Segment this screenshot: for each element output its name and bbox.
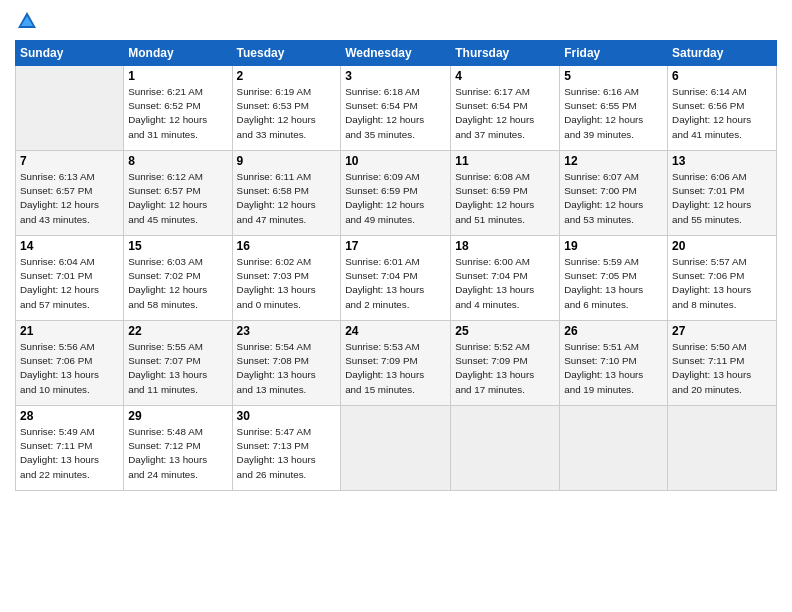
day-info: Sunrise: 6:08 AMSunset: 6:59 PMDaylight:…: [455, 170, 555, 227]
cell-w1-d6: 5Sunrise: 6:16 AMSunset: 6:55 PMDaylight…: [560, 66, 668, 151]
day-number: 6: [672, 69, 772, 83]
day-number: 15: [128, 239, 227, 253]
day-info: Sunrise: 6:19 AMSunset: 6:53 PMDaylight:…: [237, 85, 337, 142]
cell-w3-d6: 19Sunrise: 5:59 AMSunset: 7:05 PMDayligh…: [560, 236, 668, 321]
day-number: 26: [564, 324, 663, 338]
cell-w2-d7: 13Sunrise: 6:06 AMSunset: 7:01 PMDayligh…: [668, 151, 777, 236]
cell-w4-d7: 27Sunrise: 5:50 AMSunset: 7:11 PMDayligh…: [668, 321, 777, 406]
day-number: 25: [455, 324, 555, 338]
day-info: Sunrise: 6:11 AMSunset: 6:58 PMDaylight:…: [237, 170, 337, 227]
day-number: 5: [564, 69, 663, 83]
cell-w2-d3: 9Sunrise: 6:11 AMSunset: 6:58 PMDaylight…: [232, 151, 341, 236]
week-row-5: 28Sunrise: 5:49 AMSunset: 7:11 PMDayligh…: [16, 406, 777, 491]
cell-w2-d2: 8Sunrise: 6:12 AMSunset: 6:57 PMDaylight…: [124, 151, 232, 236]
logo: [15, 10, 39, 32]
day-number: 28: [20, 409, 119, 423]
day-number: 8: [128, 154, 227, 168]
day-info: Sunrise: 5:59 AMSunset: 7:05 PMDaylight:…: [564, 255, 663, 312]
day-number: 27: [672, 324, 772, 338]
cell-w3-d3: 16Sunrise: 6:02 AMSunset: 7:03 PMDayligh…: [232, 236, 341, 321]
cell-w3-d2: 15Sunrise: 6:03 AMSunset: 7:02 PMDayligh…: [124, 236, 232, 321]
cell-w2-d5: 11Sunrise: 6:08 AMSunset: 6:59 PMDayligh…: [451, 151, 560, 236]
main-container: Sunday Monday Tuesday Wednesday Thursday…: [0, 0, 792, 501]
cell-w3-d7: 20Sunrise: 5:57 AMSunset: 7:06 PMDayligh…: [668, 236, 777, 321]
day-info: Sunrise: 5:56 AMSunset: 7:06 PMDaylight:…: [20, 340, 119, 397]
day-number: 18: [455, 239, 555, 253]
calendar-body: 1Sunrise: 6:21 AMSunset: 6:52 PMDaylight…: [16, 66, 777, 491]
col-thursday: Thursday: [451, 41, 560, 66]
calendar-table: Sunday Monday Tuesday Wednesday Thursday…: [15, 40, 777, 491]
day-info: Sunrise: 5:48 AMSunset: 7:12 PMDaylight:…: [128, 425, 227, 482]
cell-w4-d2: 22Sunrise: 5:55 AMSunset: 7:07 PMDayligh…: [124, 321, 232, 406]
header: [15, 10, 777, 32]
cell-w1-d2: 1Sunrise: 6:21 AMSunset: 6:52 PMDaylight…: [124, 66, 232, 151]
day-info: Sunrise: 5:47 AMSunset: 7:13 PMDaylight:…: [237, 425, 337, 482]
day-info: Sunrise: 5:52 AMSunset: 7:09 PMDaylight:…: [455, 340, 555, 397]
cell-w4-d3: 23Sunrise: 5:54 AMSunset: 7:08 PMDayligh…: [232, 321, 341, 406]
day-number: 14: [20, 239, 119, 253]
logo-text: [15, 10, 39, 32]
cell-w2-d6: 12Sunrise: 6:07 AMSunset: 7:00 PMDayligh…: [560, 151, 668, 236]
day-number: 20: [672, 239, 772, 253]
day-number: 30: [237, 409, 337, 423]
cell-w5-d1: 28Sunrise: 5:49 AMSunset: 7:11 PMDayligh…: [16, 406, 124, 491]
week-row-4: 21Sunrise: 5:56 AMSunset: 7:06 PMDayligh…: [16, 321, 777, 406]
cell-w4-d6: 26Sunrise: 5:51 AMSunset: 7:10 PMDayligh…: [560, 321, 668, 406]
day-info: Sunrise: 6:21 AMSunset: 6:52 PMDaylight:…: [128, 85, 227, 142]
cell-w2-d1: 7Sunrise: 6:13 AMSunset: 6:57 PMDaylight…: [16, 151, 124, 236]
day-number: 21: [20, 324, 119, 338]
day-number: 22: [128, 324, 227, 338]
col-saturday: Saturday: [668, 41, 777, 66]
day-info: Sunrise: 6:09 AMSunset: 6:59 PMDaylight:…: [345, 170, 446, 227]
day-info: Sunrise: 6:02 AMSunset: 7:03 PMDaylight:…: [237, 255, 337, 312]
day-number: 3: [345, 69, 446, 83]
cell-w5-d2: 29Sunrise: 5:48 AMSunset: 7:12 PMDayligh…: [124, 406, 232, 491]
day-number: 2: [237, 69, 337, 83]
cell-w1-d5: 4Sunrise: 6:17 AMSunset: 6:54 PMDaylight…: [451, 66, 560, 151]
cell-w5-d6: [560, 406, 668, 491]
cell-w2-d4: 10Sunrise: 6:09 AMSunset: 6:59 PMDayligh…: [341, 151, 451, 236]
week-row-1: 1Sunrise: 6:21 AMSunset: 6:52 PMDaylight…: [16, 66, 777, 151]
cell-w4-d5: 25Sunrise: 5:52 AMSunset: 7:09 PMDayligh…: [451, 321, 560, 406]
cell-w3-d4: 17Sunrise: 6:01 AMSunset: 7:04 PMDayligh…: [341, 236, 451, 321]
cell-w4-d4: 24Sunrise: 5:53 AMSunset: 7:09 PMDayligh…: [341, 321, 451, 406]
day-info: Sunrise: 5:57 AMSunset: 7:06 PMDaylight:…: [672, 255, 772, 312]
cell-w5-d7: [668, 406, 777, 491]
day-info: Sunrise: 6:13 AMSunset: 6:57 PMDaylight:…: [20, 170, 119, 227]
cell-w5-d5: [451, 406, 560, 491]
day-number: 7: [20, 154, 119, 168]
day-number: 17: [345, 239, 446, 253]
day-info: Sunrise: 5:50 AMSunset: 7:11 PMDaylight:…: [672, 340, 772, 397]
cell-w5-d3: 30Sunrise: 5:47 AMSunset: 7:13 PMDayligh…: [232, 406, 341, 491]
day-number: 12: [564, 154, 663, 168]
day-info: Sunrise: 5:55 AMSunset: 7:07 PMDaylight:…: [128, 340, 227, 397]
cell-w3-d5: 18Sunrise: 6:00 AMSunset: 7:04 PMDayligh…: [451, 236, 560, 321]
day-info: Sunrise: 6:18 AMSunset: 6:54 PMDaylight:…: [345, 85, 446, 142]
cell-w1-d7: 6Sunrise: 6:14 AMSunset: 6:56 PMDaylight…: [668, 66, 777, 151]
day-info: Sunrise: 6:12 AMSunset: 6:57 PMDaylight:…: [128, 170, 227, 227]
cell-w3-d1: 14Sunrise: 6:04 AMSunset: 7:01 PMDayligh…: [16, 236, 124, 321]
day-number: 24: [345, 324, 446, 338]
day-info: Sunrise: 6:14 AMSunset: 6:56 PMDaylight:…: [672, 85, 772, 142]
col-sunday: Sunday: [16, 41, 124, 66]
week-row-2: 7Sunrise: 6:13 AMSunset: 6:57 PMDaylight…: [16, 151, 777, 236]
cell-w4-d1: 21Sunrise: 5:56 AMSunset: 7:06 PMDayligh…: [16, 321, 124, 406]
col-tuesday: Tuesday: [232, 41, 341, 66]
day-info: Sunrise: 6:06 AMSunset: 7:01 PMDaylight:…: [672, 170, 772, 227]
day-number: 23: [237, 324, 337, 338]
day-info: Sunrise: 6:07 AMSunset: 7:00 PMDaylight:…: [564, 170, 663, 227]
day-info: Sunrise: 6:17 AMSunset: 6:54 PMDaylight:…: [455, 85, 555, 142]
day-info: Sunrise: 6:00 AMSunset: 7:04 PMDaylight:…: [455, 255, 555, 312]
col-friday: Friday: [560, 41, 668, 66]
day-number: 11: [455, 154, 555, 168]
cell-w1-d1: [16, 66, 124, 151]
col-wednesday: Wednesday: [341, 41, 451, 66]
day-number: 9: [237, 154, 337, 168]
day-info: Sunrise: 5:51 AMSunset: 7:10 PMDaylight:…: [564, 340, 663, 397]
day-info: Sunrise: 6:16 AMSunset: 6:55 PMDaylight:…: [564, 85, 663, 142]
day-info: Sunrise: 5:54 AMSunset: 7:08 PMDaylight:…: [237, 340, 337, 397]
day-info: Sunrise: 6:01 AMSunset: 7:04 PMDaylight:…: [345, 255, 446, 312]
cell-w5-d4: [341, 406, 451, 491]
day-number: 1: [128, 69, 227, 83]
cell-w1-d3: 2Sunrise: 6:19 AMSunset: 6:53 PMDaylight…: [232, 66, 341, 151]
